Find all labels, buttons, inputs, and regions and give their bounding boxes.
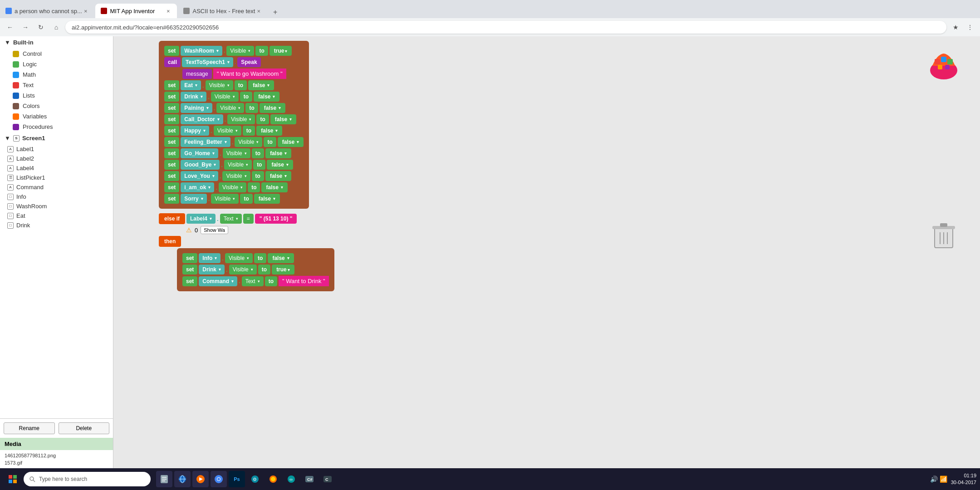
visible-drink[interactable]: Visible▾ bbox=[211, 92, 239, 102]
taskbar-app-ie[interactable] bbox=[174, 471, 191, 487]
speak-method[interactable]: Speak bbox=[237, 57, 260, 67]
show-wa-button[interactable]: Show Wa bbox=[201, 226, 228, 234]
rename-button[interactable]: Rename bbox=[4, 422, 55, 434]
sidebar-item-colors[interactable]: Colors bbox=[0, 101, 113, 111]
visible-paining[interactable]: Visible▾ bbox=[216, 103, 244, 113]
visible-eat[interactable]: Visible▾ bbox=[206, 80, 233, 90]
eat-comp[interactable]: Eat▾ bbox=[181, 80, 201, 90]
refresh-button[interactable]: ↻ bbox=[34, 21, 47, 34]
taskbar-app-photoshop[interactable]: Ps bbox=[229, 471, 245, 487]
home-button[interactable]: ⌂ bbox=[50, 21, 63, 34]
screen1-section[interactable]: ▼ S Screen1 bbox=[0, 132, 113, 144]
val-false-paining[interactable]: false▾ bbox=[260, 103, 285, 113]
info-comp[interactable]: Info▾ bbox=[199, 253, 220, 263]
visible-love-you[interactable]: Visible▾ bbox=[222, 171, 250, 181]
sorry-comp[interactable]: Sorry▾ bbox=[181, 194, 206, 204]
builtin-section[interactable]: ▼ Built-in bbox=[0, 36, 113, 49]
sidebar-item-math[interactable]: Math bbox=[0, 69, 113, 80]
tab-mit[interactable]: MIT App Inventor × bbox=[95, 4, 177, 18]
visible-call-doctor[interactable]: Visible▾ bbox=[227, 114, 255, 124]
tab-ascii[interactable]: ASCII to Hex - Free text × bbox=[178, 4, 268, 18]
text-prop-command[interactable]: Text▾ bbox=[242, 276, 264, 286]
tab-google[interactable]: a person who cannot sp... × bbox=[0, 4, 94, 18]
visible-good-bye[interactable]: Visible▾ bbox=[224, 160, 252, 170]
val-false-happy[interactable]: false▾ bbox=[256, 126, 282, 136]
taskbar-app-chrome[interactable] bbox=[211, 471, 227, 487]
address-bar[interactable] bbox=[65, 21, 946, 34]
sidebar-item-lists[interactable]: Lists bbox=[0, 90, 113, 101]
val-false-feeling-better[interactable]: false▾ bbox=[278, 137, 304, 147]
val-false-sorry[interactable]: false▾ bbox=[254, 194, 280, 204]
call-doctor-comp[interactable]: Call_Doctor▾ bbox=[181, 114, 223, 124]
happy-comp[interactable]: Happy▾ bbox=[181, 126, 209, 136]
sidebar-item-label1[interactable]: A Label1 bbox=[0, 144, 113, 154]
val-true-drink[interactable]: true▾ bbox=[272, 265, 294, 274]
sidebar-item-drink[interactable]: □ Drink bbox=[0, 220, 113, 230]
taskbar-app-firefox[interactable] bbox=[265, 471, 281, 487]
back-button[interactable]: ← bbox=[4, 21, 16, 34]
tts-comp[interactable]: TextToSpeech1▾ bbox=[182, 57, 233, 67]
media-item-0[interactable]: 146120587798112.png bbox=[5, 452, 108, 459]
visible-info[interactable]: Visible▾ bbox=[225, 253, 253, 263]
val-true-0[interactable]: true▾ bbox=[270, 46, 292, 56]
washroom-comp[interactable]: WashRoom▾ bbox=[181, 46, 222, 56]
sidebar-item-label4[interactable]: A Label4 bbox=[0, 163, 113, 173]
paining-comp[interactable]: Paining▾ bbox=[181, 103, 212, 113]
visible-go-home[interactable]: Visible▾ bbox=[223, 148, 250, 158]
taskbar-app-music[interactable] bbox=[192, 471, 209, 487]
val-false-i-am-ok[interactable]: false▾ bbox=[261, 182, 287, 192]
i-am-ok-comp[interactable]: i_am_ok▾ bbox=[181, 182, 214, 192]
sidebar-item-eat[interactable]: □ Eat bbox=[0, 211, 113, 220]
media-item-1[interactable]: 1573.gif bbox=[5, 459, 108, 466]
tab-google-close[interactable]: × bbox=[82, 7, 89, 15]
tab-mit-close[interactable]: × bbox=[165, 7, 172, 15]
visible-feeling-better[interactable]: Visible▾ bbox=[235, 137, 262, 147]
taskbar-app-file[interactable] bbox=[156, 471, 172, 487]
val-false-call-doctor[interactable]: false▾ bbox=[270, 114, 296, 124]
sidebar-item-control[interactable]: Control bbox=[0, 49, 113, 59]
sidebar-item-info[interactable]: □ Info bbox=[0, 192, 113, 201]
visible-prop-0[interactable]: Visible▾ bbox=[226, 46, 254, 56]
good-bye-comp[interactable]: Good_Bye▾ bbox=[181, 160, 220, 170]
bookmark-button[interactable]: ★ bbox=[949, 21, 962, 34]
val-false-go-home[interactable]: false▾ bbox=[265, 148, 291, 158]
taskbar-app-arduino[interactable]: ∞ bbox=[283, 471, 299, 487]
start-button[interactable] bbox=[4, 470, 22, 488]
trash-icon[interactable] bbox=[932, 222, 955, 250]
text-prop-else-if[interactable]: Text▾ bbox=[220, 214, 242, 224]
val-false-love-you[interactable]: false▾ bbox=[265, 171, 291, 181]
sidebar-item-listpicker1[interactable]: ☰ ListPicker1 bbox=[0, 173, 113, 182]
sidebar-item-logic[interactable]: Logic bbox=[0, 59, 113, 69]
visible-i-am-ok[interactable]: Visible▾ bbox=[219, 182, 246, 192]
visible-sorry[interactable]: Visible▾ bbox=[211, 194, 239, 204]
sidebar-item-label2[interactable]: A Label2 bbox=[0, 154, 113, 163]
love-you-comp[interactable]: Love_You▾ bbox=[181, 171, 218, 181]
drink-comp[interactable]: Drink▾ bbox=[181, 92, 206, 102]
taskbar-app-c1[interactable]: C# bbox=[301, 471, 318, 487]
label4-else-comp[interactable]: Label4▾ bbox=[186, 214, 216, 224]
visible-drink-then[interactable]: Visible▾ bbox=[229, 265, 257, 274]
command-comp-then[interactable]: Command▾ bbox=[199, 276, 237, 286]
feeling-better-comp[interactable]: Feeling_Better▾ bbox=[181, 137, 230, 147]
new-tab-button[interactable]: + bbox=[269, 6, 282, 18]
taskbar-app-circuit[interactable]: ⚙ bbox=[247, 471, 263, 487]
sidebar-item-variables[interactable]: Variables bbox=[0, 111, 113, 122]
val-false-eat[interactable]: false▾ bbox=[248, 80, 274, 90]
sidebar-item-washroom[interactable]: □ WashRoom bbox=[0, 201, 113, 211]
visible-happy[interactable]: Visible▾ bbox=[214, 126, 241, 136]
go-home-comp[interactable]: Go_Home▾ bbox=[181, 148, 218, 158]
val-false-good-bye[interactable]: false▾ bbox=[267, 160, 293, 170]
tab-ascii-close[interactable]: × bbox=[255, 7, 262, 15]
val-false-drink[interactable]: false▾ bbox=[254, 92, 279, 102]
sidebar-item-procedures[interactable]: Procedures bbox=[0, 122, 113, 132]
val-false-info[interactable]: false▾ bbox=[268, 253, 294, 263]
taskbar-app-c2[interactable]: C bbox=[319, 471, 336, 487]
menu-button[interactable]: ⋮ bbox=[964, 21, 976, 34]
sidebar-item-text[interactable]: Text bbox=[0, 80, 113, 90]
sidebar-item-command[interactable]: A Command bbox=[0, 182, 113, 192]
taskbar-search-box[interactable]: Type here to search bbox=[24, 472, 151, 486]
forward-button[interactable]: → bbox=[19, 21, 32, 34]
drink-comp-then[interactable]: Drink▾ bbox=[199, 265, 225, 274]
delete-button[interactable]: Delete bbox=[59, 422, 110, 434]
canvas-scroll-wrapper[interactable]: set WashRoom▾ . Visible▾ to true▾ call T… bbox=[113, 36, 980, 490]
